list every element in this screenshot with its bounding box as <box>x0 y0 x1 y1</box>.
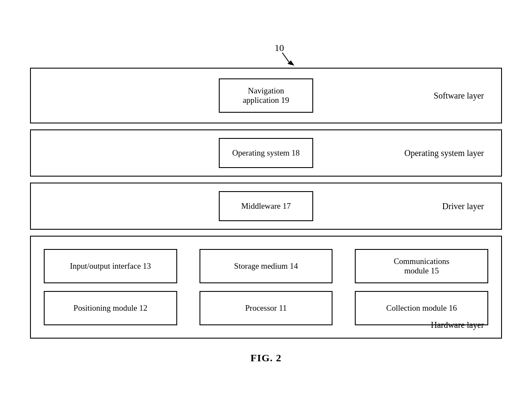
os-box: Operating system 18 <box>219 138 313 168</box>
layer-os: Operating system 18 Operating system lay… <box>30 129 502 177</box>
os-label: Operating system 18 <box>232 148 299 158</box>
storage-medium-label: Storage medium 14 <box>234 261 298 271</box>
hw-row-2: Positioning module 12 Processor 11 Colle… <box>44 291 488 325</box>
positioning-module-label: Positioning module 12 <box>73 303 147 313</box>
io-interface-box: Input/output interface 13 <box>44 249 177 283</box>
driver-layer-label: Driver layer <box>442 201 484 211</box>
processor-label: Processor 11 <box>245 303 287 313</box>
software-layer-label: Software layer <box>434 91 484 101</box>
os-layer-label: Operating system layer <box>405 148 484 158</box>
processor-box: Processor 11 <box>200 291 333 325</box>
communications-module-label: Communications module 15 <box>394 257 450 276</box>
hardware-layer-label: Hardware layer <box>431 320 484 330</box>
figure-label: FIG. 2 <box>251 352 282 364</box>
communications-module-box: Communications module 15 <box>355 249 488 283</box>
nav-app-box: Navigation application 19 <box>219 78 313 113</box>
ref-number: 10 <box>275 44 284 53</box>
collection-module-label: Collection module 16 <box>386 303 457 313</box>
middleware-label: Middleware 17 <box>241 201 291 211</box>
nav-app-label: Navigation application 19 <box>243 86 289 105</box>
io-interface-label: Input/output interface 13 <box>70 261 151 271</box>
layer-hardware: Input/output interface 13 Storage medium… <box>30 236 502 339</box>
ref-number-area: 10 <box>30 44 502 68</box>
layer-driver: Middleware 17 Driver layer <box>30 183 502 230</box>
layer-software: Navigation application 19 Software layer <box>30 68 502 123</box>
positioning-module-box: Positioning module 12 <box>44 291 177 325</box>
diagram: 10 Navigation application 19 Software la… <box>30 36 502 372</box>
ref-arrow: 10 <box>270 44 305 68</box>
hw-row-1: Input/output interface 13 Storage medium… <box>44 249 488 283</box>
storage-medium-box: Storage medium 14 <box>200 249 333 283</box>
middleware-box: Middleware 17 <box>219 191 313 221</box>
